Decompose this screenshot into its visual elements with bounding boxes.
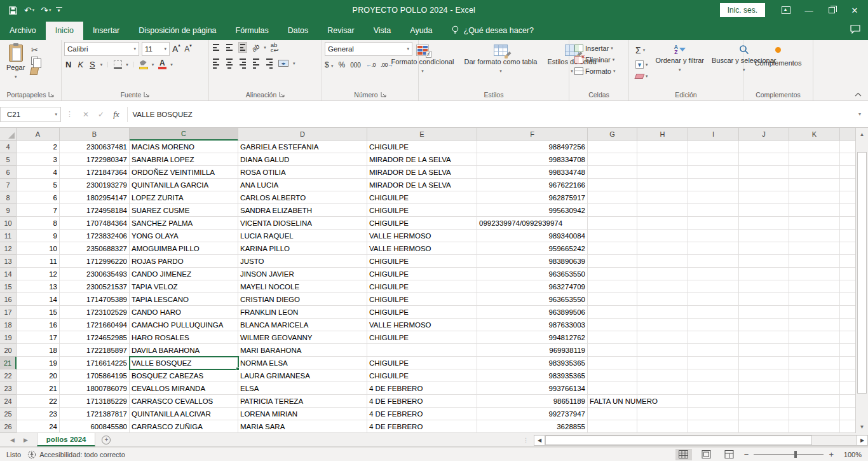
row-header-11[interactable]: 11	[0, 230, 17, 242]
cell-J17[interactable]	[739, 306, 789, 319]
cell-F4[interactable]: 988497256	[477, 141, 588, 153]
font-color-button[interactable]: A	[158, 60, 166, 69]
align-right-button[interactable]	[238, 57, 247, 70]
cell-E16[interactable]: CHIGUILPE	[367, 293, 477, 306]
cell-partial-26[interactable]	[840, 420, 855, 433]
cell-C25[interactable]: QUINTANILLA ALCIVAR	[130, 408, 238, 420]
cell-B13[interactable]: 1712996220	[60, 255, 130, 268]
cell-F10[interactable]: 0992339974/0992939974	[477, 217, 588, 230]
cell-partial-17[interactable]	[840, 306, 855, 319]
cell-F26[interactable]: 3628855	[477, 420, 588, 433]
column-header-D[interactable]: D	[238, 128, 367, 141]
column-header-F[interactable]: F	[477, 128, 588, 141]
column-header-J[interactable]: J	[739, 128, 789, 141]
cell-H22[interactable]	[637, 369, 688, 382]
cell-H16[interactable]	[637, 293, 688, 306]
close-button[interactable]: ✕	[844, 2, 865, 18]
cell-A25[interactable]: 23	[17, 408, 60, 420]
cell-G26[interactable]	[588, 420, 637, 433]
cell-B12[interactable]: 2350688327	[60, 242, 130, 255]
cell-I12[interactable]	[688, 242, 739, 255]
column-header-C[interactable]: C	[130, 128, 238, 141]
cell-partial-12[interactable]	[840, 242, 855, 255]
cell-J15[interactable]	[739, 280, 789, 293]
cell-D22[interactable]: LAURA GRIMANESA	[238, 369, 367, 382]
cell-F5[interactable]: 998334708	[477, 153, 588, 166]
cell-A10[interactable]: 8	[17, 217, 60, 230]
cell-F17[interactable]: 963899506	[477, 306, 588, 319]
ribbon-tab-datos[interactable]: Datos	[278, 22, 318, 40]
delete-cells-button[interactable]: Eliminar▾	[572, 55, 618, 65]
save-button[interactable]	[6, 6, 20, 15]
cell-K16[interactable]	[789, 293, 840, 306]
cell-G9[interactable]	[588, 204, 637, 217]
row-header-21[interactable]: 21	[0, 357, 17, 369]
cell-A22[interactable]: 20	[17, 369, 60, 382]
underline-button[interactable]: S	[88, 60, 97, 69]
align-middle-button[interactable]	[225, 43, 234, 52]
cell-D24[interactable]: PATRICIA TEREZA	[238, 395, 367, 408]
dialog-launcher-number[interactable]	[381, 92, 386, 97]
cell-I10[interactable]	[688, 217, 739, 230]
cell-A15[interactable]: 13	[17, 280, 60, 293]
cell-C11[interactable]: YONG OLAYA	[130, 230, 238, 242]
cell-D6[interactable]: ROSA OTILIA	[238, 166, 367, 179]
orientation-button[interactable]: ab	[250, 42, 261, 53]
cell-E26[interactable]: 4 DE FEBRERO	[367, 420, 477, 433]
cell-A19[interactable]: 17	[17, 331, 60, 344]
cell-C5[interactable]: SANABRIA LOPEZ	[130, 153, 238, 166]
cell-K25[interactable]	[789, 408, 840, 420]
sheet-tab-pollos-2024[interactable]: pollos 2024	[37, 433, 96, 446]
cell-J23[interactable]	[739, 382, 789, 395]
zoom-slider-handle[interactable]	[794, 451, 797, 458]
page-break-view-button[interactable]	[721, 449, 738, 460]
cell-H15[interactable]	[637, 280, 688, 293]
cell-K24[interactable]	[789, 395, 840, 408]
cell-G14[interactable]	[588, 268, 637, 280]
cell-K19[interactable]	[789, 331, 840, 344]
undo-button[interactable]: ↶▾	[22, 5, 36, 15]
cell-J22[interactable]	[739, 369, 789, 382]
cell-F20[interactable]: 969938119	[477, 344, 588, 357]
increase-indent-button[interactable]	[265, 57, 274, 70]
vertical-scrollbar[interactable]: ▲ ▼	[855, 128, 868, 433]
cell-K10[interactable]	[789, 217, 840, 230]
cell-partial-5[interactable]	[840, 153, 855, 166]
align-left-button[interactable]	[212, 57, 220, 70]
cell-F11[interactable]: 989340084	[477, 230, 588, 242]
cell-H17[interactable]	[637, 306, 688, 319]
cell-G18[interactable]	[588, 319, 637, 331]
cell-H10[interactable]	[637, 217, 688, 230]
row-header-24[interactable]: 24	[0, 395, 17, 408]
cell-A24[interactable]: 22	[17, 395, 60, 408]
column-header-G[interactable]: G	[588, 128, 637, 141]
cell-H14[interactable]	[637, 268, 688, 280]
cell-E9[interactable]: CHIGUILPE	[367, 204, 477, 217]
cell-F8[interactable]: 962875917	[477, 191, 588, 204]
cell-I9[interactable]	[688, 204, 739, 217]
cell-I7[interactable]	[688, 179, 739, 191]
zoom-slider[interactable]	[754, 454, 824, 455]
cell-I24[interactable]	[688, 395, 739, 408]
wrap-text-button[interactable]: abc↩	[271, 43, 279, 53]
cell-partial-25[interactable]	[840, 408, 855, 420]
font-name-combo[interactable]: Calibri▾	[64, 42, 139, 56]
cell-I19[interactable]	[688, 331, 739, 344]
cell-B6[interactable]: 1721847364	[60, 166, 130, 179]
cell-F16[interactable]: 963653550	[477, 293, 588, 306]
row-header-26[interactable]: 26	[0, 420, 17, 433]
cell-I23[interactable]	[688, 382, 739, 395]
align-top-button[interactable]	[212, 43, 220, 52]
cell-E11[interactable]: VALLE HERMOSO	[367, 230, 477, 242]
row-header-4[interactable]: 4	[0, 141, 17, 153]
cell-F21[interactable]: 983935365	[477, 357, 588, 369]
cell-G21[interactable]	[588, 357, 637, 369]
ribbon-tab-disposición-de-página[interactable]: Disposición de página	[129, 22, 226, 40]
cell-H26[interactable]	[637, 420, 688, 433]
row-header-15[interactable]: 15	[0, 280, 17, 293]
cell-E7[interactable]: MIRADOR DE LA SELVA	[367, 179, 477, 191]
cell-E10[interactable]: CHIGUILPE	[367, 217, 477, 230]
cell-A17[interactable]: 15	[17, 306, 60, 319]
cell-D18[interactable]: BLANCA MARICELA	[238, 319, 367, 331]
cell-K17[interactable]	[789, 306, 840, 319]
